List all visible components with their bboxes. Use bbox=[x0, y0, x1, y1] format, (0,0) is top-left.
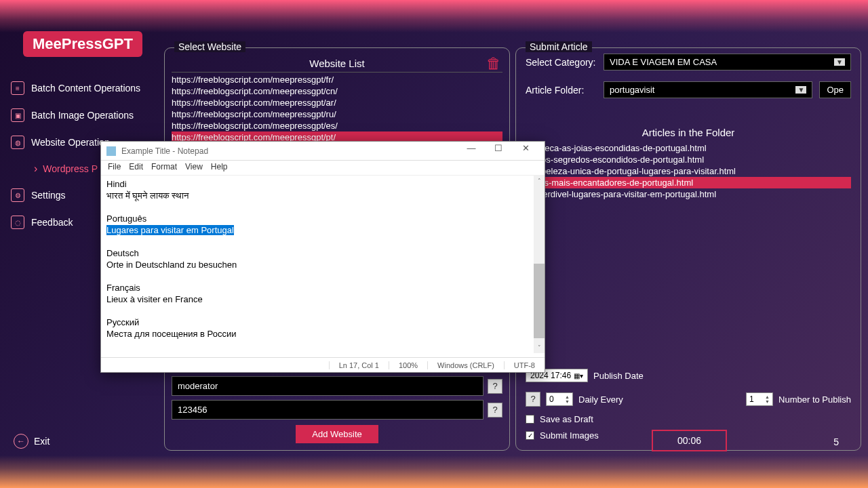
website-row[interactable]: https://freeblogscript.com/meepressgpt/c… bbox=[172, 85, 502, 97]
spinner-value: 1 bbox=[749, 394, 754, 404]
article-row[interactable]: conheca-as-joias-escondidas-de-portugal.… bbox=[526, 142, 851, 154]
status-position: Ln 17, Col 1 bbox=[329, 361, 389, 369]
submit-images-checkbox[interactable]: ✓ bbox=[526, 431, 534, 440]
chevron-down-icon: ▼ bbox=[834, 58, 845, 66]
panel-title: Select Website bbox=[174, 41, 245, 52]
website-row[interactable]: https://freeblogscript.com/meepressgpt/f… bbox=[172, 74, 502, 85]
folder-label: Article Folder: bbox=[526, 85, 597, 96]
notepad-icon bbox=[106, 146, 116, 156]
article-row[interactable]: stinos-mais-encantadores-de-portugal.htm… bbox=[526, 177, 851, 188]
help-button[interactable]: ? bbox=[526, 392, 540, 407]
folder-select[interactable]: portugavisit ▼ bbox=[604, 81, 812, 98]
image-icon: ▣ bbox=[11, 108, 24, 122]
save-draft-label: Save as Draft bbox=[540, 414, 593, 424]
menu-edit[interactable]: Edit bbox=[129, 162, 143, 174]
globe-icon: ◍ bbox=[11, 136, 24, 149]
status-encoding: UTF-8 bbox=[504, 361, 545, 369]
status-eol: Windows (CRLF) bbox=[427, 361, 504, 369]
minimize-button[interactable]: ― bbox=[458, 143, 485, 159]
chevron-down-icon: ▼ bbox=[795, 86, 806, 94]
menu-view[interactable]: View bbox=[185, 162, 203, 174]
folder-value: portugavisit bbox=[610, 85, 654, 95]
publish-date-label: Publish Date bbox=[593, 371, 644, 381]
open-button[interactable]: Ope bbox=[819, 81, 851, 98]
trash-icon[interactable]: 🗑 bbox=[486, 55, 501, 73]
sidebar-item-label: Batch Content Operations bbox=[31, 83, 140, 94]
notepad-menu: File Edit Format View Help bbox=[101, 161, 545, 176]
calendar-icon: ▦▾ bbox=[574, 372, 583, 380]
status-zoom: 100% bbox=[389, 361, 427, 369]
daily-every-input[interactable]: 0 ▲▼ bbox=[546, 392, 573, 406]
website-row[interactable]: https://freeblogscript.com/meepressgpt/r… bbox=[172, 108, 502, 120]
password-input[interactable] bbox=[172, 400, 484, 420]
add-website-button[interactable]: Add Website bbox=[296, 425, 378, 443]
help-button[interactable]: ? bbox=[488, 403, 502, 418]
category-select[interactable]: VIDA E VIAGEM EM CASA ▼ bbox=[604, 54, 851, 70]
spinner-arrows-icon[interactable]: ▲▼ bbox=[565, 394, 570, 404]
app-logo: MeePressGPT bbox=[23, 31, 142, 57]
scroll-up-icon[interactable]: ˄ bbox=[534, 176, 545, 186]
sidebar-item-label: Feedback bbox=[31, 217, 73, 228]
sidebar-item-batch-image[interactable]: ▣Batch Image Operations bbox=[7, 102, 156, 129]
number-publish-label: Number to Publish bbox=[778, 394, 851, 405]
number-publish-input[interactable]: 1 ▲▼ bbox=[746, 392, 773, 406]
submit-images-label: Submit Images bbox=[540, 430, 599, 441]
exit-icon: ← bbox=[14, 434, 28, 449]
menu-file[interactable]: File bbox=[108, 162, 121, 174]
scrollbar[interactable]: ˄ ˅ bbox=[534, 176, 545, 353]
gear-icon: ⚙ bbox=[11, 188, 24, 202]
sidebar-item-label: Website Operation bbox=[31, 137, 110, 148]
category-label: Select Category: bbox=[526, 57, 597, 68]
chat-icon: ◌ bbox=[11, 216, 24, 229]
exit-button[interactable]: ← Exit bbox=[14, 434, 50, 449]
scroll-down-icon[interactable]: ˅ bbox=[534, 342, 545, 353]
articles-title: Articles in the Folder bbox=[516, 127, 861, 138]
article-row[interactable]: -imperdivel-lugares-para-visitar-em-port… bbox=[526, 188, 851, 200]
menu-format[interactable]: Format bbox=[151, 162, 177, 174]
sidebar-item-label: Batch Image Operations bbox=[31, 110, 134, 121]
article-row[interactable]: e-a-beleza-unica-de-portugal-lugares-par… bbox=[526, 165, 851, 177]
panel-title: Submit Article bbox=[526, 41, 592, 52]
username-input[interactable] bbox=[172, 376, 484, 396]
notepad-titlebar[interactable]: Example Title - Notepad ― ☐ ✕ bbox=[101, 142, 545, 161]
category-value: VIDA E VIAGEM EM CASA bbox=[610, 57, 717, 67]
exit-label: Exit bbox=[34, 436, 50, 447]
notepad-title: Example Title - Notepad bbox=[121, 146, 208, 156]
save-draft-checkbox[interactable] bbox=[526, 415, 534, 424]
daily-every-label: Daily Every bbox=[578, 394, 623, 405]
sidebar-item-label: Settings bbox=[31, 190, 66, 201]
article-list[interactable]: conheca-as-joias-escondidas-de-portugal.… bbox=[526, 142, 851, 200]
document-icon: ≡ bbox=[11, 81, 24, 95]
notepad-statusbar: Ln 17, Col 1 100% Windows (CRLF) UTF-8 bbox=[101, 357, 545, 372]
spinner-value: 0 bbox=[549, 394, 554, 404]
sidebar-sub-label: Wordpress P bbox=[43, 163, 98, 174]
count-display: 5 bbox=[833, 436, 839, 447]
maximize-button[interactable]: ☐ bbox=[485, 143, 512, 159]
submit-article-panel: Submit Article Select Category: VIDA E V… bbox=[515, 47, 861, 451]
scroll-thumb[interactable] bbox=[534, 264, 545, 338]
website-row[interactable]: https://freeblogscript.com/meepressgpt/e… bbox=[172, 120, 502, 131]
spinner-arrows-icon[interactable]: ▲▼ bbox=[765, 394, 770, 404]
menu-help[interactable]: Help bbox=[211, 162, 228, 174]
notepad-text-area[interactable]: Hindiभारत में घूमने लायक स्थान Português… bbox=[101, 176, 545, 348]
website-list-title: Website List bbox=[172, 58, 502, 73]
chevron-right-icon: › bbox=[34, 163, 37, 175]
help-button[interactable]: ? bbox=[488, 379, 502, 394]
close-button[interactable]: ✕ bbox=[512, 143, 539, 159]
timer-display: 00:06 bbox=[652, 430, 727, 451]
article-row[interactable]: bra-os-segredos-escondidos-de-portugal.h… bbox=[526, 154, 851, 165]
sidebar-item-batch-content[interactable]: ≡Batch Content Operations bbox=[7, 75, 156, 102]
website-row[interactable]: https://freeblogscript.com/meepressgpt/a… bbox=[172, 97, 502, 108]
notepad-window: Example Title - Notepad ― ☐ ✕ File Edit … bbox=[100, 141, 545, 373]
